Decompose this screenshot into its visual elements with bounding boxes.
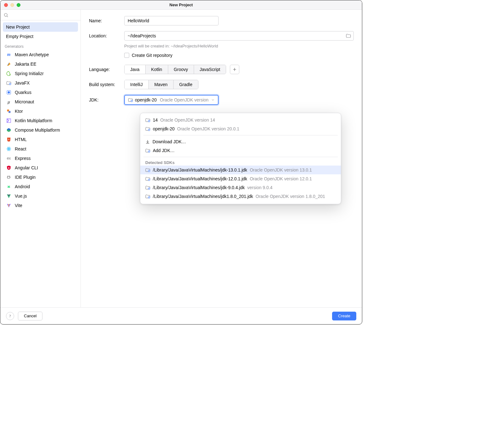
cancel-button[interactable]: Cancel [18,312,42,320]
express-icon: ex [6,156,12,161]
svg-point-25 [131,101,132,101]
sidebar-item-android[interactable]: Android [3,182,78,191]
sidebar-item-label: New Project [6,25,30,30]
sidebar-item-label: HTML [15,137,27,142]
sidebar-item-quarkus[interactable]: Quarkus [3,88,78,97]
spring-icon [6,71,12,76]
jdk-selected-name: openjdk-20 [135,97,157,102]
sidebar-item-express[interactable]: exExpress [3,154,78,163]
jdk-folder-icon [145,127,150,131]
sidebar-item-react[interactable]: React [3,144,78,154]
language-segmented: JavaKotlinGroovyJavaScript [124,65,226,74]
jdk-option[interactable]: openjdk-20Oracle OpenJDK version 20.0.1 [140,124,341,133]
jdk-download-item[interactable]: Download JDK… [140,137,341,146]
location-input[interactable] [124,31,354,41]
sidebar-item-compose-multiplatform[interactable]: Compose Multiplatform [3,125,78,135]
close-window-button[interactable] [4,3,8,7]
row-location: Location: [89,31,354,41]
language-option-javascript[interactable]: JavaScript [194,65,226,74]
sidebar-item-html[interactable]: 5HTML [3,135,78,144]
sidebar-item-vue-js[interactable]: Vue.js [3,191,78,201]
sidebar-item-javafx[interactable]: JavaFX [3,78,78,88]
git-checkbox[interactable] [124,53,129,58]
language-label: Language: [89,67,124,72]
sidebar-item-label: Maven Archetype [15,52,49,57]
jdk-detected-option[interactable]: /Library/Java/JavaVirtualMachines/jdk-12… [140,174,341,183]
language-option-groovy[interactable]: Groovy [168,65,194,74]
name-input[interactable] [124,16,219,25]
sidebar-item-jakarta-ee[interactable]: Jakarta EE [3,59,78,69]
svg-point-4 [10,84,10,84]
sidebar-item-maven-archetype[interactable]: mMaven Archetype [3,50,78,59]
build-segmented: IntelliJMavenGradle [124,80,198,89]
svg-point-18 [8,187,8,187]
build-option-gradle[interactable]: Gradle [174,80,198,89]
sidebar-search[interactable] [0,10,81,20]
sidebar-item-label: Compose Multiplatform [15,128,60,133]
svg-point-36 [149,179,149,180]
row-name: Name: [89,16,354,25]
svg-point-32 [149,151,149,152]
new-project-dialog: New Project New ProjectEmpty Project Gen… [0,0,362,325]
sidebar-item-angular-cli[interactable]: AAngular CLI [3,163,78,172]
build-option-maven[interactable]: Maven [149,80,174,89]
sidebar-item-spring-initializr[interactable]: Spring Initializr [3,69,78,78]
jdk-folder-icon [145,194,150,199]
sidebar-item-ide-plugin[interactable]: IDE Plugin [3,172,78,182]
svg-point-12 [8,149,9,150]
jdk-add-item[interactable]: Add JDK… [140,146,341,155]
sidebar-item-label: Empty Project [6,34,33,39]
svg-point-29 [149,129,149,130]
sidebar-item-label: Spring Initializr [15,71,44,76]
sidebar-item-micronaut[interactable]: μMicronaut [3,97,78,107]
minimize-window-button [10,3,14,7]
sidebar-item-label: Quarkus [15,90,31,95]
jdk-folder-icon [128,98,133,102]
zoom-window-button[interactable] [17,3,20,7]
row-git: Create Git repository [124,53,354,58]
build-option-intellij[interactable]: IntelliJ [125,80,149,89]
sidebar-item-label: Jakarta EE [15,62,36,67]
compose-icon [6,127,12,133]
download-icon [145,139,150,144]
language-option-kotlin[interactable]: Kotlin [146,65,168,74]
svg-point-27 [149,121,149,121]
jdk-select[interactable]: openjdk-20 Oracle OpenJDK version [124,95,219,105]
add-language-button[interactable] [230,65,239,74]
jdk-detected-option[interactable]: /Library/Java/JavaVirtualMachines/jdk-13… [140,166,341,174]
jakarta-icon [6,61,12,67]
svg-rect-7 [8,111,10,113]
jdk-detected-option[interactable]: /Library/Java/JavaVirtualMachines/jdk1.8… [140,192,341,201]
sidebar-item-label: Ktor [15,109,23,114]
svg-point-0 [4,13,7,16]
sidebar-item-vite[interactable]: Vite [3,201,78,210]
sidebar-item-new-project[interactable]: New Project [3,22,78,32]
sidebar-item-label: JavaFX [15,80,30,85]
sidebar-item-kotlin-multiplatform[interactable]: Kotlin Multiplatform [3,116,78,125]
micronaut-icon: μ [6,99,12,105]
location-hint: Project will be created in: ~/IdeaProjec… [124,44,354,48]
name-label: Name: [89,18,124,23]
help-button[interactable]: ? [6,312,14,320]
browse-location-button[interactable] [345,32,352,39]
window-controls [4,3,20,7]
jdk-folder-icon [145,177,150,181]
ktor-icon [6,108,12,114]
form-panel: Name: Location: Project will be created … [81,10,362,307]
svg-line-1 [7,16,8,17]
svg-point-19 [9,187,9,187]
create-button[interactable]: Create [332,312,356,320]
html-icon: 5 [6,137,12,142]
chevron-down-icon [211,98,215,102]
jdk-folder-icon [145,148,150,153]
sidebar-item-label: Angular CLI [15,165,38,170]
jdk-detected-option[interactable]: /Library/Java/JavaVirtualMachines/jdk-9.… [140,183,341,192]
build-label: Build system: [89,82,124,87]
jdk-dropdown: 14Oracle OpenJDK version 14openjdk-20Ora… [140,113,341,204]
language-option-java[interactable]: Java [125,65,146,74]
jdk-detected-label: Detected SDKs [140,159,341,166]
sidebar-item-empty-project[interactable]: Empty Project [3,32,78,41]
jdk-option[interactable]: 14Oracle OpenJDK version 14 [140,116,341,124]
row-build: Build system: IntelliJMavenGradle [89,80,354,89]
sidebar-item-ktor[interactable]: Ktor [3,107,78,116]
